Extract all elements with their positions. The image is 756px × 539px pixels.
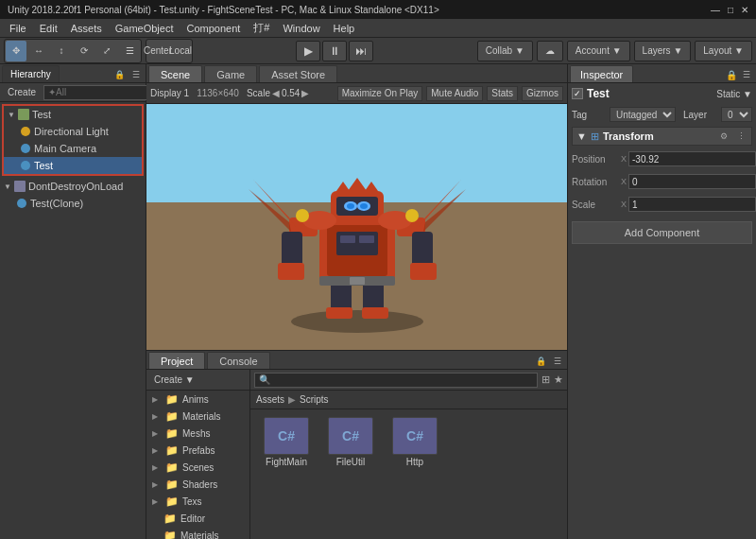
proj-sidebar-item-texs[interactable]: ▶ 📁 Texs (146, 493, 249, 510)
breadcrumb-assets[interactable]: Assets (256, 394, 284, 405)
bottom-tabs: Project Console 🔒 ☰ (146, 351, 567, 370)
center-btn[interactable]: Center (147, 41, 168, 61)
tool-multi[interactable]: ☰ (119, 41, 140, 61)
tool-move[interactable]: ✥ (6, 41, 26, 61)
menu-window[interactable]: Window (277, 20, 325, 37)
object-active-checkbox[interactable]: ✓ (572, 88, 583, 99)
transform-overflow-icon[interactable]: ⋮ (734, 130, 747, 143)
pause-btn[interactable]: ⏸ (322, 41, 347, 61)
rot-x-input[interactable] (628, 174, 756, 189)
menu-打[interactable]: 打# (248, 20, 275, 37)
proj-sidebar-item-editor[interactable]: 📁 Editor (146, 510, 249, 527)
inspector-tab[interactable]: Inspector (570, 65, 633, 82)
bottom-lock-icon[interactable]: 🔒 (533, 354, 548, 369)
console-tab[interactable]: Console (207, 352, 269, 369)
menu-assets[interactable]: Assets (65, 20, 108, 37)
panel-menu-icon[interactable]: ☰ (129, 67, 144, 82)
bottom-menu-icon[interactable]: ☰ (550, 354, 565, 369)
proj-tool-icon1[interactable]: ⊞ (541, 374, 550, 386)
hier-item-test-scene[interactable]: ▼ Test (4, 106, 142, 123)
inspector-lock-icon[interactable]: 🔒 (726, 70, 737, 80)
proj-sidebar-item-meshs[interactable]: ▶ 📁 Meshs (146, 425, 249, 442)
file-fightmain-icon: C# (264, 417, 309, 455)
maximize-btn[interactable]: □ (728, 5, 733, 15)
hierarchy-tab[interactable]: Hierarchy (2, 65, 60, 82)
tool-scale[interactable]: ⟳ (74, 41, 94, 61)
file-fileutil[interactable]: C# FileUtil (322, 417, 379, 467)
window-controls[interactable]: — □ ✕ (711, 5, 748, 15)
layers-btn[interactable]: Layers ▼ (634, 41, 692, 61)
proj-create-btn[interactable]: Create ▼ (150, 374, 198, 386)
file-http[interactable]: C# Http (387, 417, 443, 467)
editor-label: Editor (180, 513, 205, 524)
proj-sidebar-item-mat2[interactable]: 📁 Materials (146, 527, 249, 539)
file-fightmain[interactable]: C# FightMain (258, 417, 315, 467)
local-btn[interactable]: Local (170, 41, 191, 61)
menu-file[interactable]: File (4, 20, 32, 37)
tag-dropdown[interactable]: Untagged (610, 107, 676, 122)
materials-label: Materials (182, 411, 221, 422)
transform-settings-icon[interactable]: ⚙ (717, 130, 730, 143)
svg-rect-4 (340, 235, 355, 243)
layout-btn[interactable]: Layout ▼ (695, 41, 752, 61)
tag-row: Tag Untagged Layer 0 (572, 107, 752, 122)
titlebar: Unity 2018.2.20f1 Personal (64bit) - Tes… (0, 0, 756, 19)
layer-dropdown[interactable]: 0 (721, 107, 752, 122)
menu-edit[interactable]: Edit (34, 20, 63, 37)
hier-item-directional-light[interactable]: Directional Light (4, 123, 142, 140)
asset-store-tab[interactable]: Asset Store (259, 65, 337, 82)
scale-arrows: ◀ (272, 88, 280, 98)
hier-item-test-clone[interactable]: Test(Clone) (0, 195, 146, 212)
minimize-btn[interactable]: — (711, 5, 720, 15)
go-icon-test (19, 159, 32, 172)
menu-help[interactable]: Help (328, 20, 361, 37)
tool-rotate[interactable]: ↕ (51, 41, 72, 61)
maximize-btn[interactable]: Maximize On Play (337, 86, 423, 101)
static-label[interactable]: Static ▼ (716, 89, 752, 99)
hier-item-dontdestroy[interactable]: ▼ DontDestroyOnLoad (0, 178, 146, 195)
svg-rect-34 (350, 277, 365, 285)
proj-sidebar-item-prefabs[interactable]: ▶ 📁 Prefabs (146, 442, 249, 459)
game-tab[interactable]: Game (204, 65, 257, 82)
account-btn[interactable]: Account ▼ (567, 41, 630, 61)
proj-tool-icon2[interactable]: ★ (554, 374, 563, 386)
pos-x-input[interactable] (628, 151, 756, 166)
materials-arrow: ▶ (152, 412, 162, 421)
menu-gameobject[interactable]: GameObject (110, 20, 180, 37)
cloud-btn[interactable]: ☁ (537, 41, 563, 61)
add-component-btn[interactable]: Add Component (572, 221, 752, 244)
display-label[interactable]: Display 1 (150, 88, 189, 98)
breadcrumb-scripts[interactable]: Scripts (300, 394, 329, 405)
proj-sidebar-item-scenes[interactable]: ▶ 📁 Scenes (146, 459, 249, 476)
project-tab[interactable]: Project (148, 352, 205, 369)
project-search-input[interactable] (254, 373, 538, 388)
scene-viewport[interactable] (146, 104, 567, 350)
hier-item-test-go[interactable]: Test (4, 157, 142, 174)
stats-btn[interactable]: Stats (487, 86, 518, 101)
playmode-group: ▶ ⏸ ⏭ (296, 41, 373, 61)
step-btn[interactable]: ⏭ (349, 41, 373, 61)
tool-rect[interactable]: ⤢ (96, 41, 117, 61)
proj-sidebar-item-shaders[interactable]: ▶ 📁 Shaders (146, 476, 249, 493)
inspector-menu-icon[interactable]: ☰ (739, 67, 754, 82)
close-btn[interactable]: ✕ (741, 5, 748, 15)
panel-lock-icon[interactable]: 🔒 (112, 67, 127, 82)
hier-create-btn[interactable]: Create (4, 87, 40, 97)
scene-options: Maximize On Play Mute Audio Stats Gizmos (337, 86, 563, 101)
collab-btn[interactable]: Collab ▼ (477, 41, 533, 61)
proj-sidebar-item-materials[interactable]: ▶ 📁 Materials (146, 408, 249, 425)
tool-translate[interactable]: ↔ (28, 41, 49, 61)
transform-icon: ⊞ (591, 130, 599, 143)
proj-sidebar-item-anims[interactable]: ▶ 📁 Anims (146, 391, 249, 408)
proj-create-toolbar: Create ▼ (146, 370, 249, 391)
scale-x-input[interactable] (628, 197, 756, 212)
gizmos-btn[interactable]: Gizmos (522, 86, 563, 101)
mute-btn[interactable]: Mute Audio (426, 86, 483, 101)
scene-tab[interactable]: Scene (148, 65, 202, 82)
hier-item-main-camera[interactable]: Main Camera (4, 140, 142, 157)
inspector-object-name[interactable]: Test (587, 87, 713, 100)
transform-header[interactable]: ▼ ⊞ Transform ⚙ ⋮ (572, 127, 752, 146)
pivot-group: Center Local (146, 39, 193, 63)
play-btn[interactable]: ▶ (296, 41, 320, 61)
menu-component[interactable]: Component (180, 20, 246, 37)
